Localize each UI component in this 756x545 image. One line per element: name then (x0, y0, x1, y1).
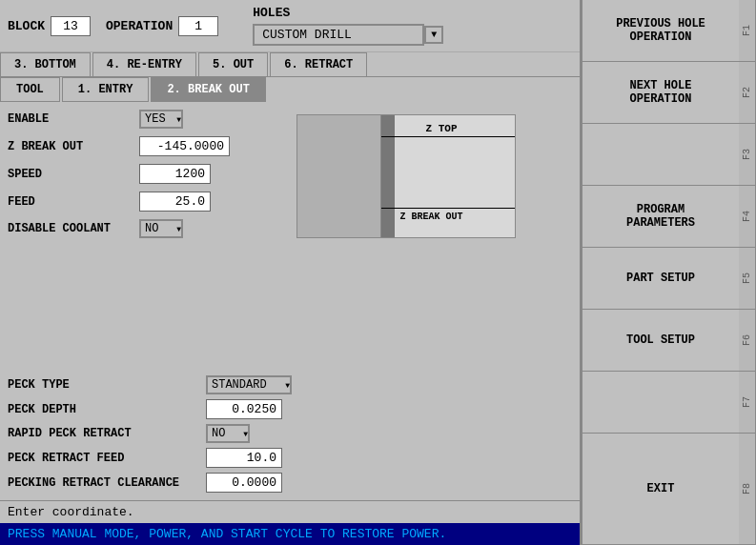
diagram-z-top-label: Z TOP (426, 123, 458, 134)
peck-type-select[interactable]: STANDARD CUSTOM (206, 375, 292, 394)
feed-label: FEED (8, 195, 132, 209)
enable-select[interactable]: YES NO (139, 110, 183, 129)
f1-label: F1 (739, 0, 756, 61)
top-bar: BLOCK OPERATION HOLES ▼ (0, 0, 580, 52)
form-left: ENABLE YES NO Z BREAK OUT SPEED (8, 110, 230, 366)
holes-label: HOLES (253, 6, 443, 20)
prev-hole-button[interactable]: PREVIOUS HOLEOPERATION F1 (582, 0, 756, 62)
drill-dropdown-arrow[interactable]: ▼ (424, 26, 443, 44)
power-restore-message: PRESS MANUAL MODE, POWER, AND START CYCL… (8, 527, 446, 541)
diagram-z-top-line (381, 136, 515, 137)
holes-section: HOLES ▼ (253, 6, 443, 46)
peck-type-select-wrapper: STANDARD CUSTOM (206, 375, 292, 394)
peck-type-label: PECK TYPE (8, 378, 198, 392)
feed-input[interactable] (139, 192, 211, 212)
block-input[interactable] (51, 16, 91, 36)
speed-label: SPEED (8, 168, 132, 181)
power-restore-bar: PRESS MANUAL MODE, POWER, AND START CYCL… (0, 523, 580, 545)
left-panel: BLOCK OPERATION HOLES ▼ 3. BOTTOM 4. RE-… (0, 0, 582, 545)
diagram-z-break-label: Z BREAK OUT (400, 212, 463, 222)
next-hole-label[interactable]: NEXT HOLEOPERATION (582, 62, 739, 123)
diagram-box: Z TOP Z BREAK OUT (296, 114, 516, 238)
diagram-area: Z TOP Z BREAK OUT (239, 110, 572, 366)
tab-4-reentry[interactable]: 4. RE-ENTRY (92, 52, 196, 76)
f7-button: F7 (582, 372, 756, 434)
disable-coolant-select[interactable]: NO YES (139, 219, 183, 238)
peck-depth-input[interactable] (206, 399, 282, 419)
peck-retract-feed-label: PECK RETRACT FEED (8, 452, 198, 465)
peck-type-value-row: STANDARD CUSTOM (206, 375, 572, 394)
f4-label: F4 (739, 186, 756, 247)
peck-depth-value-row (206, 399, 572, 419)
speed-input[interactable] (139, 164, 211, 184)
right-panel: PREVIOUS HOLEOPERATION F1 NEXT HOLEOPERA… (582, 0, 756, 545)
disable-coolant-select-wrapper: NO YES (139, 219, 183, 238)
f5-label: F5 (739, 248, 756, 309)
f3-button: F3 (582, 124, 756, 186)
exit-button[interactable]: EXIT F8 (582, 434, 756, 545)
z-break-out-label: Z BREAK OUT (8, 140, 132, 153)
operation-input[interactable] (178, 16, 218, 36)
f3-label: F3 (739, 124, 756, 185)
status-bar: Enter coordinate. (0, 500, 580, 523)
tab-1-entry[interactable]: 1. ENTRY (62, 77, 150, 102)
block-label: BLOCK (8, 19, 45, 33)
pecking-retract-clearance-label: PECKING RETRACT CLEARANCE (8, 476, 198, 490)
tab-6-retract[interactable]: 6. RETRACT (270, 52, 367, 76)
diagram-left-block (297, 115, 381, 237)
operation-label: OPERATION (106, 19, 173, 33)
pecking-retract-clearance-input[interactable] (206, 473, 282, 493)
drill-input[interactable] (253, 24, 424, 46)
tool-setup-label[interactable]: TOOL SETUP (582, 310, 739, 371)
tab-tool[interactable]: TOOL (0, 77, 60, 102)
status-message: Enter coordinate. (8, 505, 134, 519)
form-area: ENABLE YES NO Z BREAK OUT SPEED (0, 102, 580, 373)
tab-5-out[interactable]: 5. OUT (198, 52, 268, 76)
prev-hole-label[interactable]: PREVIOUS HOLEOPERATION (582, 0, 739, 61)
peck-retract-feed-value-row (206, 448, 572, 468)
rapid-peck-retract-select-wrapper: NO YES (206, 424, 250, 443)
peck-depth-label: PECK DEPTH (8, 403, 198, 416)
f8-label: F8 (739, 434, 756, 544)
f3-content (582, 124, 739, 185)
f7-content (582, 372, 739, 433)
diagram-z-break-line (381, 208, 515, 209)
f2-label: F2 (739, 62, 756, 123)
diagram-drill-bit (381, 115, 395, 237)
block-field: BLOCK (8, 16, 91, 36)
speed-row: SPEED (8, 164, 230, 184)
disable-coolant-label: DISABLE COOLANT (8, 222, 132, 235)
next-hole-button[interactable]: NEXT HOLEOPERATION F2 (582, 62, 756, 124)
z-break-out-input[interactable] (139, 136, 230, 156)
program-parameters-label[interactable]: PROGRAMPARAMETERS (582, 186, 739, 247)
part-setup-button[interactable]: PART SETUP F5 (582, 248, 756, 310)
peck-section: PECK TYPE STANDARD CUSTOM PECK DEPTH RAP… (0, 373, 580, 500)
operation-field: OPERATION (106, 16, 218, 36)
pecking-retract-clearance-value-row (206, 473, 572, 493)
tab-2-breakout[interactable]: 2. BREAK OUT (151, 77, 265, 102)
f6-label: F6 (739, 310, 756, 371)
tool-setup-button[interactable]: TOOL SETUP F6 (582, 310, 756, 372)
disable-coolant-row: DISABLE COOLANT NO YES (8, 219, 230, 238)
rapid-peck-retract-value-row: NO YES (206, 424, 572, 443)
exit-label[interactable]: EXIT (582, 434, 739, 544)
z-break-out-row: Z BREAK OUT (8, 136, 230, 156)
feed-row: FEED (8, 192, 230, 212)
tab-3-bottom[interactable]: 3. BOTTOM (0, 52, 91, 76)
peck-retract-feed-input[interactable] (206, 448, 282, 468)
enable-label: ENABLE (8, 112, 132, 126)
part-setup-label[interactable]: PART SETUP (582, 248, 739, 309)
enable-select-wrapper: YES NO (139, 110, 183, 129)
enable-row: ENABLE YES NO (8, 110, 230, 129)
program-parameters-button[interactable]: PROGRAMPARAMETERS F4 (582, 186, 756, 248)
rapid-peck-retract-label: RAPID PECK RETRACT (8, 427, 198, 440)
drill-select-wrapper: ▼ (253, 24, 443, 46)
f7-label: F7 (739, 372, 756, 433)
tabs-row-1: 3. BOTTOM 4. RE-ENTRY 5. OUT 6. RETRACT (0, 52, 580, 77)
rapid-peck-retract-select[interactable]: NO YES (206, 424, 250, 443)
tabs-row-2: TOOL 1. ENTRY 2. BREAK OUT (0, 77, 580, 102)
